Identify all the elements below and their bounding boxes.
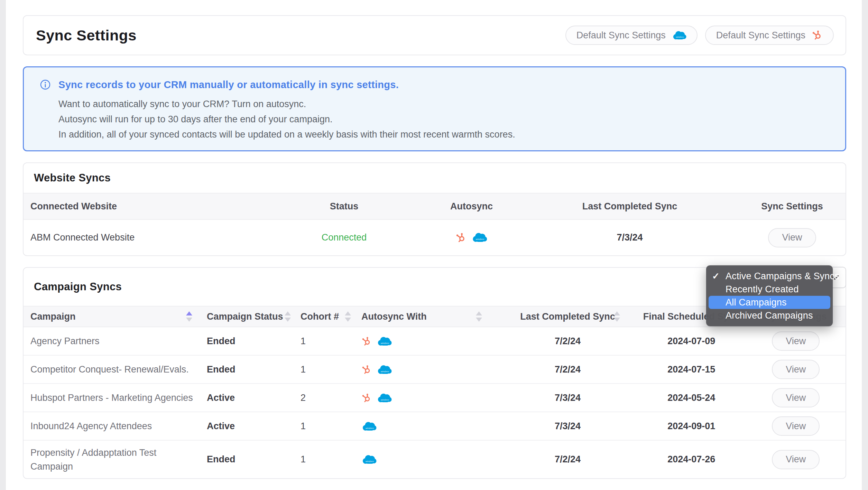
banner-line: Want to automatically sync to your CRM? … — [58, 96, 829, 112]
column-header-last-completed-sync: Last Completed Sync — [521, 193, 739, 219]
salesforce-icon — [361, 421, 377, 432]
sort-desc-icon — [345, 318, 351, 322]
salesforce-icon — [377, 336, 392, 347]
column-header-campaign-status[interactable]: Campaign Status — [207, 306, 301, 327]
last-completed-sync-date: 7/2/24 — [499, 355, 637, 384]
page: Sync Settings Default Sync Settings Defa… — [6, 0, 862, 490]
info-banner: Sync records to your CRM manually or aut… — [23, 66, 846, 151]
hubspot-icon — [455, 232, 467, 243]
salesforce-icon — [377, 393, 392, 403]
menu-item-all-campaigns[interactable]: All Campaigns — [709, 296, 830, 309]
last-completed-sync-date: 7/3/24 — [499, 412, 637, 440]
view-button[interactable]: View — [772, 331, 820, 351]
final-scheduled-sync-date: 2024-07-15 — [637, 355, 746, 384]
banner-body: Want to automatically sync to your CRM? … — [58, 96, 829, 142]
menu-item-archived-campaigns[interactable]: Archived Campaigns — [709, 309, 830, 322]
cohort-number: 1 — [301, 440, 361, 478]
default-sync-settings-hubspot-button[interactable]: Default Sync Settings — [705, 26, 834, 45]
campaign-status: Active — [207, 384, 301, 412]
view-button[interactable]: View — [772, 450, 820, 469]
final-scheduled-sync-date: 2024-09-01 — [637, 412, 746, 440]
column-label: Campaign Status — [207, 311, 283, 322]
view-button[interactable]: View — [772, 388, 820, 407]
default-sync-settings-salesforce-button[interactable]: Default Sync Settings — [565, 26, 698, 45]
sort-asc-icon — [285, 311, 291, 315]
filter-dropdown-menu: ✓ Active Campaigns & Syncs Recently Crea… — [706, 265, 833, 326]
cohort-number: 2 — [301, 384, 361, 412]
column-label: Cohort # — [301, 311, 339, 322]
table-row: ABM Connected Website Connected 7/3/24 V… — [24, 219, 846, 255]
sort-desc-icon — [476, 318, 482, 322]
campaign-status: Ended — [207, 440, 301, 478]
sort-asc-icon — [476, 311, 482, 315]
website-syncs-table: Connected Website Status Autosync Last C… — [24, 193, 846, 255]
hubspot-icon — [812, 30, 823, 41]
button-label: Default Sync Settings — [716, 30, 805, 41]
sort-asc-icon — [614, 311, 620, 315]
banner-line: In addition, all of your synced contacts… — [58, 127, 829, 142]
sort-asc-icon — [186, 311, 192, 315]
button-label: Default Sync Settings — [576, 30, 666, 41]
autosync-icons — [361, 327, 499, 355]
view-button[interactable]: View — [768, 228, 816, 247]
sort-icons — [186, 311, 192, 322]
table-row: Inbound24 Agency Attendees Active 1 7/3/… — [24, 412, 846, 440]
view-button[interactable]: View — [772, 416, 820, 436]
column-header-sync-settings: Sync Settings — [739, 193, 846, 219]
menu-item-label: Active Campaigns & Syncs — [726, 271, 839, 282]
column-header-cohort[interactable]: Cohort # — [301, 306, 361, 327]
cohort-number: 1 — [301, 327, 361, 355]
last-completed-sync-date: 7/2/24 — [499, 440, 637, 478]
sort-desc-icon — [614, 318, 620, 322]
autosync-icons — [361, 384, 499, 412]
autosync-icons — [361, 440, 499, 478]
check-icon: ✓ — [712, 271, 720, 282]
banner-title: Sync records to your CRM manually or aut… — [58, 79, 399, 91]
autosync-icons — [361, 412, 499, 440]
last-completed-sync-date: 7/3/24 — [499, 384, 637, 412]
campaign-name: Competitor Conquest- Renewal/Evals. — [24, 355, 207, 384]
autosync-icons — [422, 219, 521, 255]
table-row: Agency Partners Ended 1 7/2/24 2024-07-0… — [24, 327, 846, 355]
column-header-autosync-with[interactable]: Autosync With — [361, 306, 499, 327]
connected-website-name: ABM Connected Website — [24, 219, 266, 255]
info-icon — [40, 79, 51, 90]
salesforce-icon — [361, 454, 377, 465]
cohort-number: 1 — [301, 412, 361, 440]
header-buttons: Default Sync Settings Default Sync Setti… — [565, 26, 834, 45]
campaign-syncs-table: Campaign Campaign Status Cohort # Autosy… — [24, 306, 846, 478]
menu-item-label: Recently Created — [726, 284, 799, 295]
sort-icons — [285, 311, 291, 322]
campaign-status: Ended — [207, 355, 301, 384]
final-scheduled-sync-date: 2024-07-26 — [637, 440, 746, 478]
column-label: Last Completed Sync — [520, 311, 615, 322]
column-header-last-completed-sync[interactable]: Last Completed Sync — [499, 306, 637, 327]
sort-asc-icon — [345, 311, 351, 315]
autosync-icons — [361, 355, 499, 384]
campaign-name: Propensity / Addapptation Test Campaign — [24, 440, 207, 478]
campaign-name: Inbound24 Agency Attendees — [24, 412, 207, 440]
campaign-name: Hubspot Partners - Marketing Agencies — [24, 384, 207, 412]
column-header-autosync: Autosync — [422, 193, 521, 219]
campaign-name: Agency Partners — [24, 327, 207, 355]
view-button[interactable]: View — [772, 360, 820, 379]
sort-desc-icon — [186, 318, 192, 322]
website-syncs-card: Website Syncs Connected Website Status A… — [23, 162, 846, 256]
column-header-campaign[interactable]: Campaign — [24, 306, 207, 327]
sort-icons — [345, 311, 351, 322]
hubspot-icon — [361, 365, 372, 375]
status-badge: Connected — [266, 219, 422, 255]
campaign-status: Active — [207, 412, 301, 440]
column-label: Campaign — [30, 311, 76, 322]
last-completed-sync-date: 7/3/24 — [521, 219, 739, 255]
table-header-row: Connected Website Status Autosync Last C… — [24, 193, 846, 219]
final-scheduled-sync-date: 2024-05-24 — [637, 384, 746, 412]
table-row: Propensity / Addapptation Test Campaign … — [24, 440, 846, 478]
sort-icons — [614, 311, 620, 322]
menu-item-active-campaigns-syncs[interactable]: ✓ Active Campaigns & Syncs — [709, 270, 830, 283]
column-header-connected-website: Connected Website — [24, 193, 266, 219]
menu-item-recently-created[interactable]: Recently Created — [709, 283, 830, 296]
menu-item-label: Archived Campaigns — [726, 310, 813, 321]
header-card: Sync Settings Default Sync Settings Defa… — [23, 15, 846, 55]
menu-item-label: All Campaigns — [726, 297, 787, 308]
